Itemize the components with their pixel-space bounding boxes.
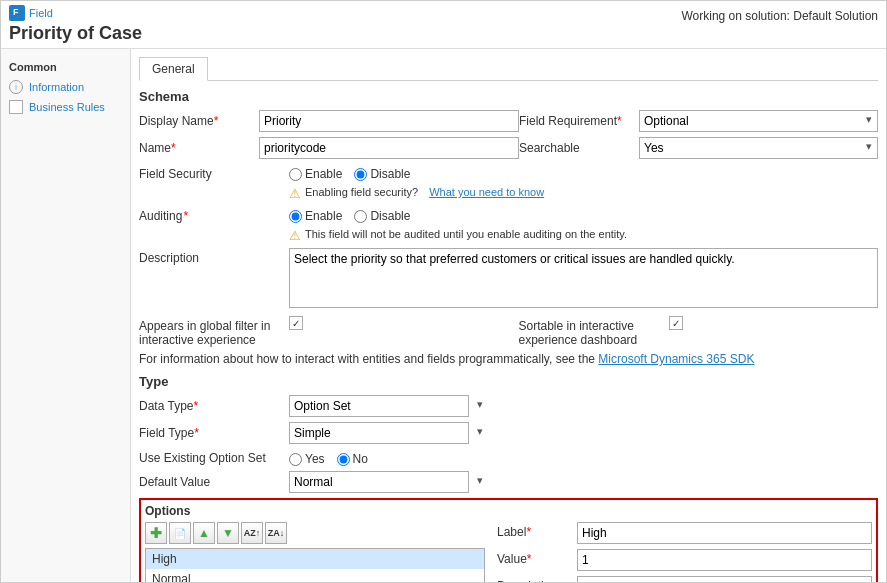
display-name-left: Display Name*: [139, 110, 519, 132]
searchable-right: Searchable Yes No: [519, 137, 878, 159]
option-item-high[interactable]: High: [146, 549, 484, 569]
sidebar-business-rules-label: Business Rules: [29, 101, 105, 113]
content-area: General Schema Display Name* Field Requi…: [131, 49, 886, 582]
field-security-disable-radio[interactable]: [354, 168, 367, 181]
use-existing-label: Use Existing Option Set: [139, 451, 289, 465]
sort-za-icon: ZA↓: [268, 528, 285, 538]
move-down-button[interactable]: ▼: [217, 522, 239, 544]
option-item-normal[interactable]: Normal: [146, 569, 484, 582]
copy-option-button[interactable]: 📄: [169, 522, 191, 544]
field-security-info-text: Enabling field security?: [305, 186, 418, 198]
detail-description-row: Description: [497, 576, 872, 582]
detail-value-row: Value*: [497, 549, 872, 571]
move-up-icon: ▲: [198, 526, 210, 540]
move-down-icon: ▼: [222, 526, 234, 540]
options-layout: ✚ 📄 ▲ ▼ AZ↑: [145, 522, 872, 582]
auditing-disable-label: Disable: [370, 209, 410, 223]
field-requirement-label: Field Requirement*: [519, 114, 639, 128]
use-existing-yes-radio[interactable]: [289, 453, 302, 466]
auditing-warning-text: This field will not be audited until you…: [305, 228, 627, 240]
name-label: Name*: [139, 141, 259, 155]
use-existing-control: Yes No: [289, 449, 878, 466]
appears-label: Appears in global filter in interactive …: [139, 316, 289, 347]
field-requirement-wrapper: Optional Business Recommended Business R…: [639, 110, 878, 132]
field-type-row: Field Type* Simple: [139, 422, 878, 444]
field-requirement-select[interactable]: Optional Business Recommended Business R…: [639, 110, 878, 132]
sortable-col: Sortable in interactive experience dashb…: [519, 316, 879, 347]
sidebar-item-business-rules[interactable]: Business Rules: [1, 97, 130, 117]
rules-icon: [9, 100, 23, 114]
sidebar-item-information[interactable]: i Information: [1, 77, 130, 97]
auditing-label: Auditing*: [139, 206, 289, 223]
field-security-link[interactable]: What you need to know: [429, 186, 544, 198]
warning-icon: ⚠: [289, 186, 301, 201]
detail-label-label: Label*: [497, 522, 577, 539]
field-security-disable-label: Disable: [370, 167, 410, 181]
searchable-select[interactable]: Yes No: [639, 137, 878, 159]
field-security-label: Field Security: [139, 164, 289, 181]
sortable-checkbox[interactable]: [669, 316, 683, 330]
use-existing-no-label: No: [353, 452, 368, 466]
use-existing-yes-option[interactable]: Yes: [289, 452, 325, 466]
auditing-disable-radio[interactable]: [354, 210, 367, 223]
auditing-enable-radio[interactable]: [289, 210, 302, 223]
appears-checkbox[interactable]: [289, 316, 303, 330]
use-existing-yes-label: Yes: [305, 452, 325, 466]
default-value-select[interactable]: Normal High Low Critical: [289, 471, 469, 493]
detail-description-label: Description: [497, 576, 577, 582]
detail-value-input[interactable]: [577, 549, 872, 571]
detail-value-label: Value*: [497, 549, 577, 566]
sort-za-button[interactable]: ZA↓: [265, 522, 287, 544]
description-control: Select the priority so that preferred cu…: [289, 248, 878, 311]
detail-label-input[interactable]: [577, 522, 872, 544]
sortable-checkbox-row: [669, 316, 683, 330]
field-security-enable-option[interactable]: Enable: [289, 167, 342, 181]
sort-az-button[interactable]: AZ↑: [241, 522, 263, 544]
field-requirement-right: Field Requirement* Optional Business Rec…: [519, 110, 878, 132]
auditing-warning-row: ⚠ This field will not be audited until y…: [289, 228, 878, 243]
data-type-wrapper: Option Set: [289, 395, 489, 417]
schema-section-title: Schema: [139, 89, 878, 104]
page-title: Priority of Case: [9, 23, 142, 44]
sidebar: Common i Information Business Rules: [1, 49, 131, 582]
use-existing-no-radio[interactable]: [337, 453, 350, 466]
display-name-input-wrapper: [259, 110, 519, 132]
description-textarea[interactable]: Select the priority so that preferred cu…: [289, 248, 878, 308]
working-on-label: Working on solution: Default Solution: [681, 5, 878, 23]
options-list-box: High Normal Low Critical: [145, 548, 485, 582]
use-existing-no-option[interactable]: No: [337, 452, 368, 466]
default-value-label: Default Value: [139, 475, 289, 489]
field-security-radio-group: Enable Disable: [289, 164, 878, 181]
detail-description-textarea[interactable]: [577, 576, 872, 582]
field-type-select[interactable]: Simple: [289, 422, 469, 444]
field-type-wrapper: Simple: [289, 422, 489, 444]
detail-label-row: Label*: [497, 522, 872, 544]
searchable-label: Searchable: [519, 141, 639, 155]
appears-col: Appears in global filter in interactive …: [139, 316, 499, 347]
add-option-button[interactable]: ✚: [145, 522, 167, 544]
name-left: Name*: [139, 137, 519, 159]
field-security-enable-radio[interactable]: [289, 168, 302, 181]
auditing-control: Enable Disable: [289, 206, 878, 223]
data-type-row: Data Type* Option Set: [139, 395, 878, 417]
data-type-select[interactable]: Option Set: [289, 395, 469, 417]
sort-az-icon: AZ↑: [244, 528, 261, 538]
use-existing-row: Use Existing Option Set Yes No: [139, 449, 878, 466]
appears-sortable-row: Appears in global filter in interactive …: [139, 316, 878, 347]
sdk-text: For information about how to interact wi…: [139, 352, 595, 366]
auditing-warning-icon: ⚠: [289, 228, 301, 243]
header-left: Field Priority of Case: [9, 5, 142, 44]
auditing-disable-option[interactable]: Disable: [354, 209, 410, 223]
tab-general[interactable]: General: [139, 57, 208, 81]
move-up-button[interactable]: ▲: [193, 522, 215, 544]
name-row: Name* Searchable Yes No: [139, 137, 878, 159]
sdk-link[interactable]: Microsoft Dynamics 365 SDK: [598, 352, 754, 366]
auditing-enable-option[interactable]: Enable: [289, 209, 342, 223]
copy-icon: 📄: [174, 528, 186, 539]
display-name-input[interactable]: [259, 110, 519, 132]
name-input[interactable]: [259, 137, 519, 159]
auditing-radio-group: Enable Disable: [289, 206, 878, 223]
field-security-disable-option[interactable]: Disable: [354, 167, 410, 181]
options-section: Options ✚ 📄: [139, 498, 878, 582]
use-existing-radio-group: Yes No: [289, 449, 878, 466]
